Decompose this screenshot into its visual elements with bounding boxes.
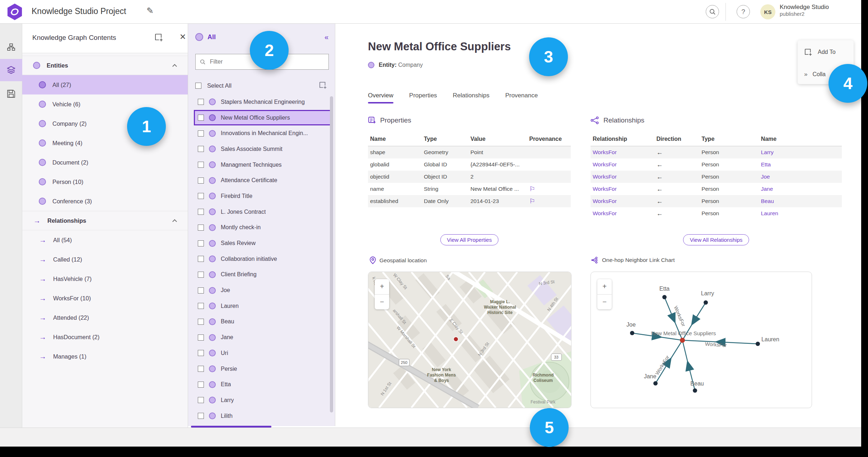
item-checkbox[interactable]: [198, 350, 204, 356]
zoom-out-button[interactable]: −: [375, 295, 389, 310]
item-checkbox[interactable]: [198, 319, 204, 325]
item-checkbox[interactable]: [198, 146, 204, 152]
item-checkbox[interactable]: [198, 130, 204, 137]
help-button[interactable]: ?: [737, 5, 750, 18]
node-label[interactable]: Larry: [701, 290, 714, 296]
relationship-link[interactable]: WorksFor: [593, 174, 656, 180]
chevron-up-icon[interactable]: [172, 219, 177, 224]
entity-list-item[interactable]: Beau: [194, 314, 331, 330]
entity-list-item[interactable]: Jane: [194, 329, 331, 345]
entity-list-item[interactable]: Staplers Mechanical Engineering: [194, 94, 331, 110]
edit-title-icon[interactable]: ✎: [146, 6, 154, 16]
zoom-in-button[interactable]: +: [597, 279, 612, 295]
relationship-type-item[interactable]: → Called (12): [22, 250, 188, 269]
relationship-type-item[interactable]: → Manages (1): [22, 347, 188, 366]
provenance-flag-icon[interactable]: ⚐: [529, 198, 535, 205]
provenance-flag-icon[interactable]: ⚐: [529, 185, 535, 193]
relationship-type-item[interactable]: → WorksFor (10): [22, 288, 188, 308]
node-label[interactable]: Etta: [659, 286, 670, 292]
add-to-menu-item[interactable]: Add To: [798, 43, 854, 61]
relationship-link[interactable]: WorksFor: [593, 149, 656, 156]
select-all-checkbox[interactable]: [195, 83, 201, 89]
detail-tab[interactable]: Overview: [368, 92, 393, 103]
rail-hierarchy-button[interactable]: [0, 36, 22, 58]
view-all-relationships-button[interactable]: View All Relationships: [683, 234, 749, 245]
relationship-type-item[interactable]: → HasVehicle (7): [22, 269, 188, 288]
detail-tab[interactable]: Provenance: [505, 92, 538, 103]
close-panel-icon[interactable]: ✕: [179, 32, 186, 42]
entity-list-item[interactable]: New Metal Office Suppliers: [194, 110, 331, 126]
item-checkbox[interactable]: [198, 303, 204, 309]
list-scrollbar[interactable]: [330, 96, 333, 412]
node-label[interactable]: Lauren: [761, 336, 779, 342]
entity-list-item[interactable]: L. Jones Contract: [194, 204, 331, 220]
view-all-properties-button[interactable]: View All Properties: [440, 234, 499, 245]
item-checkbox[interactable]: [198, 162, 204, 168]
item-checkbox[interactable]: [198, 225, 204, 231]
detail-tab[interactable]: Properties: [409, 92, 437, 103]
entity-list-item[interactable]: Sales Review: [194, 235, 331, 251]
entity-list-item[interactable]: Larry: [194, 392, 331, 408]
related-entity-link[interactable]: Etta: [761, 161, 840, 168]
relationships-section-header[interactable]: → Relationships: [22, 211, 188, 230]
entity-list-item[interactable]: Persie: [194, 361, 331, 377]
entities-section-header[interactable]: Entities: [22, 56, 188, 75]
item-checkbox[interactable]: [198, 334, 204, 341]
entity-list-item[interactable]: Sales Associate Summit: [194, 141, 331, 157]
node-label[interactable]: Joe: [626, 322, 636, 328]
entity-type-item[interactable]: All (27): [22, 75, 188, 94]
geospatial-map[interactable]: k RdW Clay StSaN 3rd StN 4th StMaggie L.…: [368, 272, 571, 408]
entity-type-item[interactable]: Conference (3): [22, 191, 188, 211]
relationship-link[interactable]: WorksFor: [593, 186, 656, 192]
relationship-link[interactable]: WorksFor: [593, 161, 656, 168]
item-checkbox[interactable]: [198, 397, 204, 403]
relationship-type-item[interactable]: → All (54): [22, 230, 188, 250]
relationship-link[interactable]: WorksFor: [593, 198, 656, 204]
select-all-row[interactable]: Select All: [195, 78, 329, 93]
relationship-link[interactable]: WorksFor: [593, 210, 656, 217]
entity-type-item[interactable]: Document (2): [22, 153, 188, 172]
item-checkbox[interactable]: [198, 115, 204, 121]
item-checkbox[interactable]: [198, 382, 204, 388]
collapse-panel-icon[interactable]: «: [325, 33, 328, 41]
related-entity-link[interactable]: Beau: [761, 198, 840, 204]
item-checkbox[interactable]: [198, 209, 204, 215]
add-to-new-icon[interactable]: [154, 33, 164, 42]
item-checkbox[interactable]: [198, 177, 204, 184]
item-checkbox[interactable]: [198, 272, 204, 278]
entity-list-item[interactable]: Montly check-in: [194, 220, 331, 236]
entity-list-item[interactable]: Client Briefing: [194, 267, 331, 283]
add-to-new-icon[interactable]: [319, 81, 327, 89]
node-label[interactable]: Jane: [644, 373, 657, 379]
entity-list-item[interactable]: Managment Techniques: [194, 157, 331, 173]
entity-list-item[interactable]: Joe: [194, 282, 331, 298]
zoom-in-button[interactable]: +: [375, 279, 389, 295]
entity-list-item[interactable]: Collaboration initiative: [194, 251, 331, 267]
entity-list-item[interactable]: Etta: [194, 377, 331, 392]
entity-list-item[interactable]: Innovations in Mechanical Engin...: [194, 125, 331, 141]
item-checkbox[interactable]: [198, 287, 204, 294]
entity-list-item[interactable]: Lauren: [194, 298, 331, 314]
relationship-type-item[interactable]: → Attended (22): [22, 308, 188, 327]
item-checkbox[interactable]: [198, 413, 204, 419]
zoom-out-button[interactable]: −: [597, 295, 612, 310]
item-checkbox[interactable]: [198, 366, 204, 372]
entity-type-item[interactable]: Person (10): [22, 172, 188, 191]
entity-list-item[interactable]: Firebird Title: [194, 188, 331, 204]
rail-save-button[interactable]: [0, 83, 22, 105]
center-node[interactable]: [680, 338, 685, 343]
node-label[interactable]: Beau: [690, 380, 704, 387]
chevron-up-icon[interactable]: [172, 64, 177, 69]
related-entity-link[interactable]: Jane: [761, 186, 840, 192]
link-chart[interactable]: Etta Larry Joe Lauren Jane Beau New Meta…: [591, 272, 812, 408]
search-button[interactable]: [706, 5, 719, 18]
related-entity-link[interactable]: Lauren: [761, 210, 840, 217]
entity-list-item[interactable]: Attendance Certificate: [194, 172, 331, 188]
related-entity-link[interactable]: Larry: [761, 149, 840, 156]
entity-list-item[interactable]: Lilith: [194, 408, 331, 424]
avatar[interactable]: KS: [760, 4, 775, 19]
detail-tab[interactable]: Relationships: [453, 92, 489, 103]
entity-type-item[interactable]: Vehicle (6): [22, 94, 188, 114]
entity-list-item[interactable]: Uri: [194, 345, 331, 361]
user-info[interactable]: Knowledge Studio publisher2: [780, 3, 829, 18]
